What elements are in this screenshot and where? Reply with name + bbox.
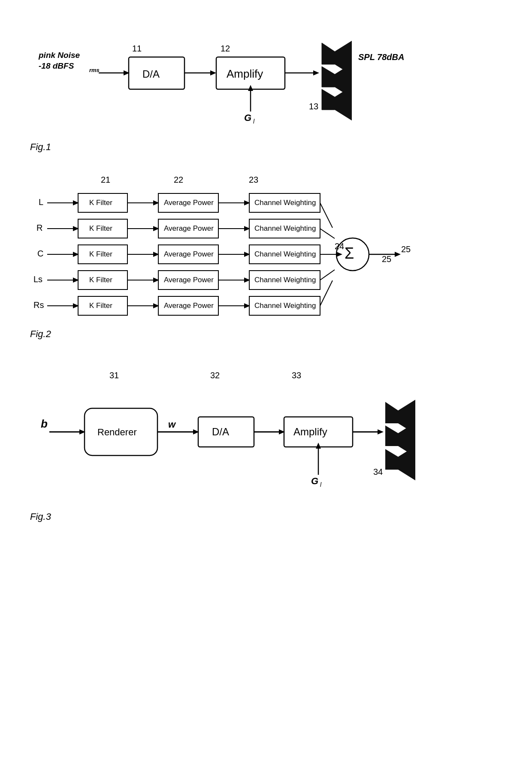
fig1-spl-label: SPL 78dBA xyxy=(358,52,404,62)
fig2-label: Fig.2 xyxy=(26,329,506,340)
fig3-input-b: b xyxy=(41,417,48,430)
fig1-node13: 13 xyxy=(309,102,318,111)
fig1-gain-sub: l xyxy=(253,118,255,125)
svg-marker-83 xyxy=(385,425,398,446)
fig3-da-label: D/A xyxy=(212,426,229,437)
fig1-gain-label: G xyxy=(244,112,251,123)
fig2-ch-C: C xyxy=(37,249,43,258)
fig2-ch-R: R xyxy=(36,223,42,232)
fig2-node22: 22 xyxy=(174,175,183,184)
fig2-node24: 24 xyxy=(335,241,344,251)
fig2-kfilter-R: K Filter xyxy=(89,224,112,232)
fig2-ch-Rs: Rs xyxy=(33,300,44,310)
figure1: pink Noise -18 dBFS rms 11 D/A 12 Amplif… xyxy=(26,17,506,137)
fig2-avgpower-C: Average Power xyxy=(164,250,214,258)
fig2-node21: 21 xyxy=(101,175,110,184)
fig2-sum-symbol: Σ xyxy=(345,244,354,262)
svg-marker-80 xyxy=(378,429,384,434)
fig3-node34: 34 xyxy=(373,467,383,477)
fig3-w-label: w xyxy=(168,419,176,430)
fig2-chanweight-R: Channel Weighting xyxy=(254,224,316,232)
fig1-amplify-label: Amplify xyxy=(227,67,263,80)
fig3-node33: 33 xyxy=(292,371,301,380)
fig2-ch-L: L xyxy=(39,197,43,207)
svg-line-66 xyxy=(320,280,332,306)
svg-marker-81 xyxy=(385,402,398,423)
fig2-chanweight-Rs: Channel Weighting xyxy=(254,302,316,310)
fig2-node25: 25 xyxy=(382,254,391,264)
fig1-label: Fig.1 xyxy=(26,142,506,153)
figure2: 21 22 23 24 25 L K Filter Average Power … xyxy=(26,170,506,324)
page: pink Noise -18 dBFS rms 11 D/A 12 Amplif… xyxy=(0,0,532,760)
svg-marker-46 xyxy=(336,252,342,257)
fig3-renderer-label: Renderer xyxy=(97,427,137,437)
fig2-chanweight-Ls: Channel Weighting xyxy=(254,276,316,284)
fig1-node11: 11 xyxy=(132,44,142,53)
svg-marker-10 xyxy=(322,66,335,87)
svg-marker-69 xyxy=(395,252,401,257)
fig1-da-label: D/A xyxy=(142,68,160,80)
fig3-node32: 32 xyxy=(210,371,220,380)
fig3-gain-label: G xyxy=(311,476,318,486)
svg-marker-88 xyxy=(316,443,321,449)
fig1-node12: 12 xyxy=(221,44,230,53)
fig2-node23: 23 xyxy=(249,175,258,184)
svg-marker-12 xyxy=(322,89,335,110)
fig2-kfilter-L: K Filter xyxy=(89,199,112,207)
fig1-rms-sub: rms xyxy=(89,67,100,73)
fig3-gain-sub: l xyxy=(320,481,322,488)
fig2-kfilter-Ls: K Filter xyxy=(89,276,112,284)
fig2-kfilter-C: K Filter xyxy=(89,250,112,258)
fig3-label: Fig.3 xyxy=(26,511,506,522)
svg-line-25 xyxy=(320,203,332,228)
fig1-input-noise: pink Noise xyxy=(38,51,80,60)
fig2-avgpower-L: Average Power xyxy=(164,199,214,207)
svg-line-56 xyxy=(320,270,335,280)
fig2-avgpower-Rs: Average Power xyxy=(164,302,214,310)
svg-marker-4 xyxy=(210,70,216,75)
svg-marker-85 xyxy=(385,449,398,470)
fig2-avgpower-R: Average Power xyxy=(164,224,214,232)
fig3-node31: 31 xyxy=(109,371,119,380)
fig2-ch-Ls: Ls xyxy=(33,274,42,284)
fig1-input-dbfs: -18 dBFS xyxy=(39,61,74,70)
fig2-chanweight-L: Channel Weighting xyxy=(254,199,316,207)
fig2-avgpower-Ls: Average Power xyxy=(164,276,214,284)
fig2-node25: 25 xyxy=(401,244,411,254)
figure3: 31 32 33 b Renderer w D/A Amplify xyxy=(26,361,506,507)
fig3-amplify-label: Amplify xyxy=(293,426,327,437)
svg-marker-7 xyxy=(313,70,319,75)
svg-marker-8 xyxy=(322,43,335,64)
fig2-kfilter-Rs: K Filter xyxy=(89,302,112,310)
fig2-chanweight-C: Channel Weighting xyxy=(254,250,316,258)
svg-line-35 xyxy=(320,229,335,238)
svg-marker-15 xyxy=(248,85,253,91)
